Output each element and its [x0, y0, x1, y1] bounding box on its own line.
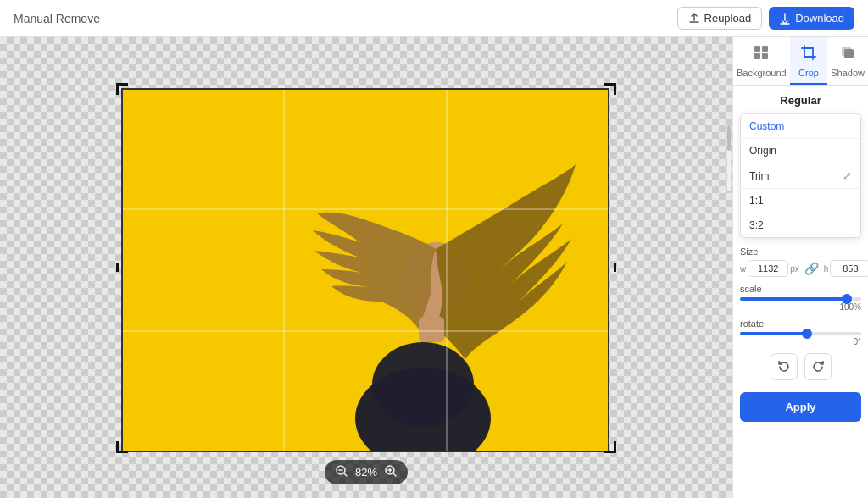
- trim-expand-icon: ⤢: [843, 169, 852, 182]
- background-icon: [753, 44, 770, 65]
- tab-background[interactable]: Background: [733, 37, 790, 85]
- main-layout: 82%: [0, 37, 868, 498]
- reupload-button[interactable]: Reupload: [677, 7, 763, 30]
- dropdown-item-3-2[interactable]: 3:2: [741, 213, 860, 237]
- dropdown-item-1-1[interactable]: 1:1: [741, 189, 860, 213]
- width-unit: px: [790, 264, 799, 274]
- scale-value: 100%: [740, 302, 861, 312]
- dropdown-item-custom[interactable]: Custom: [741, 114, 860, 139]
- size-label: Size: [740, 246, 861, 257]
- rotate-ccw-icon: [777, 360, 791, 374]
- handle-bottom-right[interactable]: [604, 441, 616, 453]
- scale-slider-row: scale 100%: [740, 284, 861, 312]
- panel-content: Regular Custom Origin Trim ⤢ 1:1 3:2: [733, 86, 868, 498]
- rotate-thumb[interactable]: [802, 329, 812, 339]
- person-silhouette: [279, 88, 584, 452]
- link-icon: 🔗: [804, 262, 819, 275]
- zoom-out-button[interactable]: [335, 464, 348, 480]
- zoom-bar: 82%: [325, 460, 408, 484]
- background-tab-label: Background: [737, 68, 787, 78]
- handle-middle-right[interactable]: [608, 263, 616, 272]
- rotate-slider-row: rotate 0°: [740, 318, 861, 346]
- canvas-area: 82%: [0, 37, 732, 498]
- right-panel: Background Crop Shadow: [732, 37, 868, 498]
- shadow-icon: [839, 44, 856, 65]
- rotate-ccw-button[interactable]: [771, 353, 798, 380]
- crop-container: [108, 75, 624, 461]
- zoom-in-button[interactable]: [384, 464, 398, 480]
- svg-rect-17: [754, 53, 760, 59]
- scrollbar-thumb[interactable]: [727, 125, 731, 151]
- svg-rect-18: [762, 53, 768, 59]
- apply-button[interactable]: Apply: [740, 392, 861, 422]
- handle-middle-left[interactable]: [116, 263, 125, 272]
- shadow-tab-label: Shadow: [831, 68, 865, 78]
- rotate-fill: [740, 332, 807, 335]
- width-input[interactable]: [748, 260, 788, 277]
- header: Manual Remove Reupload Download: [0, 0, 868, 37]
- svg-rect-3: [419, 317, 444, 342]
- svg-rect-20: [844, 49, 854, 58]
- background-svg: [753, 44, 770, 61]
- upload-icon: [688, 13, 700, 25]
- rotate-value: 0°: [740, 337, 861, 346]
- zoom-in-icon: [384, 464, 398, 478]
- scale-fill: [740, 297, 847, 301]
- download-icon: [779, 13, 791, 25]
- height-input[interactable]: [830, 260, 868, 277]
- rotate-track[interactable]: [740, 332, 861, 335]
- scale-label: scale: [740, 284, 861, 294]
- rotate-cw-icon: [811, 360, 825, 374]
- handle-top-right[interactable]: [604, 83, 616, 95]
- svg-rect-16: [762, 46, 768, 52]
- download-button[interactable]: Download: [769, 7, 854, 30]
- scale-track[interactable]: [740, 297, 861, 301]
- zoom-value: 82%: [355, 466, 377, 479]
- tab-crop[interactable]: Crop: [790, 37, 828, 85]
- dropdown-item-trim[interactable]: Trim ⤢: [741, 163, 860, 189]
- svg-rect-15: [754, 46, 760, 52]
- manual-remove-label: Manual Remove: [14, 12, 100, 25]
- svg-point-1: [372, 342, 474, 427]
- handle-top-left[interactable]: [116, 83, 128, 95]
- size-row: w px 🔗 h px: [740, 260, 861, 277]
- crop-svg: [800, 44, 817, 61]
- tab-shadow[interactable]: Shadow: [827, 37, 868, 85]
- scale-thumb[interactable]: [842, 294, 852, 304]
- header-actions: Reupload Download: [677, 7, 854, 30]
- dropdown-item-origin[interactable]: Origin: [741, 139, 860, 163]
- scrollbar[interactable]: [727, 125, 731, 191]
- height-prefix: h: [824, 264, 829, 274]
- width-prefix: w: [740, 264, 746, 274]
- image-canvas: [121, 88, 609, 452]
- crop-mode-dropdown: Custom Origin Trim ⤢ 1:1 3:2: [740, 113, 861, 238]
- panel-title: Regular: [740, 94, 861, 107]
- shadow-svg: [839, 44, 856, 61]
- crop-tab-label: Crop: [798, 68, 819, 78]
- handle-bottom-left[interactable]: [116, 441, 128, 453]
- crop-icon: [800, 44, 817, 65]
- height-group: h px: [824, 260, 868, 277]
- zoom-out-icon: [335, 464, 348, 478]
- rotate-cw-button[interactable]: [804, 353, 832, 380]
- rotate-label: rotate: [740, 318, 861, 329]
- rotate-buttons: [740, 353, 861, 380]
- svg-line-14: [393, 473, 396, 476]
- tab-bar: Background Crop Shadow: [733, 37, 868, 86]
- width-group: w px: [740, 260, 799, 277]
- svg-line-10: [344, 473, 347, 476]
